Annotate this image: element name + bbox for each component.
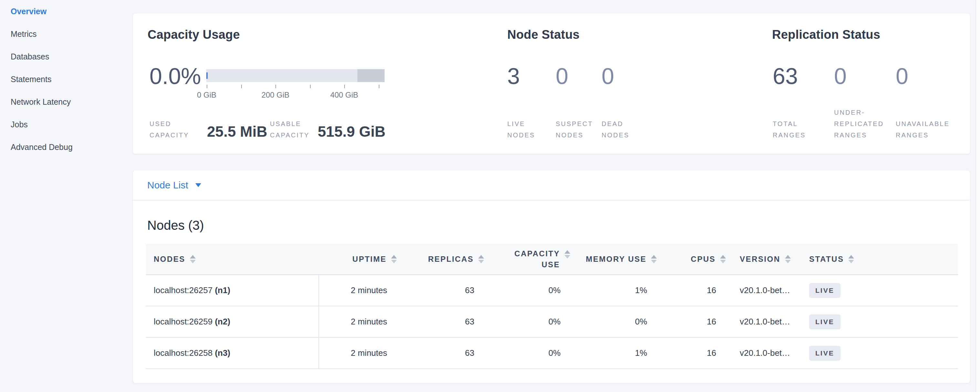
node-address-cell[interactable]: localhost:26259 (n2) <box>146 306 319 337</box>
suspect-nodes-count: 0 <box>556 65 568 88</box>
stat-label-line: RANGES <box>896 130 950 141</box>
node-address: localhost:26258 <box>154 348 212 358</box>
cpus-cell: 16 <box>657 306 726 337</box>
sort-icon <box>848 255 854 263</box>
stat-label-line: USABLE <box>270 118 310 130</box>
sidebar-item-jobs[interactable]: Jobs <box>11 120 127 143</box>
used-capacity-marker <box>206 72 208 79</box>
column-label: UPTIME <box>352 255 387 264</box>
gauge-tick-label: 0 GiB <box>197 91 216 100</box>
stat-label-line: REPLICATED <box>834 118 884 130</box>
sidebar-item-databases[interactable]: Databases <box>11 53 127 75</box>
status-badge: LIVE <box>809 283 840 298</box>
replicas-cell: 63 <box>397 306 484 337</box>
stat-label-line: USED <box>150 118 189 130</box>
capacity-use-cell: 0% <box>484 306 570 337</box>
table-row-node-2[interactable]: localhost:26259 (n2) 2 minutes 63 0% 0% … <box>146 306 958 337</box>
node-address: localhost:26257 <box>154 285 212 295</box>
unavailable-ranges-count: 0 <box>896 65 908 88</box>
memory-use-cell: 1% <box>570 337 657 369</box>
column-header-uptime[interactable]: UPTIME <box>319 244 397 275</box>
cluster-overview-page: Overview Metrics Databases Statements Ne… <box>0 0 980 392</box>
stat-label-line: DEAD <box>601 118 629 130</box>
gauge-tick-label: 400 GiB <box>330 91 358 100</box>
live-nodes-count: 3 <box>507 65 520 88</box>
status-cell: LIVE <box>795 306 958 337</box>
stat-label-line: UNAVAILABLE <box>896 118 950 130</box>
sort-icon <box>785 255 791 263</box>
column-header-replicas[interactable]: REPLICAS <box>397 244 484 275</box>
node-address-cell[interactable]: localhost:26257 (n1) <box>146 275 319 306</box>
gauge-dark-segment <box>358 69 385 82</box>
column-header-nodes[interactable]: NODES <box>146 244 319 275</box>
cpus-cell: 16 <box>657 275 726 306</box>
column-label: REPLICAS <box>428 255 474 264</box>
sidebar-item-statements[interactable]: Statements <box>11 75 127 97</box>
stat-label-line: LIVE <box>507 118 535 130</box>
sidebar-item-overview[interactable]: Overview <box>11 7 127 30</box>
column-label: NODES <box>154 255 185 264</box>
gauge-tick <box>275 84 276 88</box>
replication-status-title: Replication Status <box>772 27 880 42</box>
gauge-tick <box>379 84 379 88</box>
node-id: (n1) <box>215 285 230 295</box>
sort-icon <box>478 255 484 263</box>
column-header-status[interactable]: STATUS <box>795 244 958 275</box>
gauge-tick <box>241 84 242 88</box>
dead-nodes-count: 0 <box>601 65 614 88</box>
used-capacity-value: 25.5 MiB <box>207 124 267 139</box>
column-header-version[interactable]: VERSION <box>726 244 795 275</box>
stat-label-line: UNDER- <box>834 107 884 118</box>
stat-label-line: RANGES <box>773 130 806 141</box>
stat-label-line: NODES <box>556 130 593 141</box>
stat-label-line: SUSPECT <box>556 118 593 130</box>
uptime-cell: 2 minutes <box>319 337 397 369</box>
suspect-nodes-label: SUSPECT NODES <box>556 118 593 141</box>
sidebar-item-metrics[interactable]: Metrics <box>11 30 127 53</box>
status-badge: LIVE <box>809 314 840 329</box>
column-header-cpus[interactable]: CPUS <box>657 244 726 275</box>
column-label: CAPACITY USE <box>505 248 560 270</box>
capacity-gauge: 0 GiB 200 GiB 400 GiB <box>206 69 385 108</box>
gauge-tick <box>344 84 345 88</box>
under-replicated-ranges-count: 0 <box>834 65 846 88</box>
table-row-node-1[interactable]: localhost:26257 (n1) 2 minutes 63 0% 1% … <box>146 275 958 306</box>
stat-label-line: RANGES <box>834 130 884 141</box>
column-header-memory-use[interactable]: MEMORY USE <box>570 244 657 275</box>
gauge-tick-label: 200 GiB <box>261 91 290 100</box>
uptime-cell: 2 minutes <box>319 275 397 306</box>
replicas-cell: 63 <box>397 275 484 306</box>
sort-icon <box>391 255 397 263</box>
stat-label-line: CAPACITY <box>150 130 189 141</box>
node-status-title: Node Status <box>507 27 580 42</box>
sidebar: Overview Metrics Databases Statements Ne… <box>11 7 127 166</box>
node-list-card: Node List Nodes (3) NODES UPTIME <box>132 170 970 383</box>
capacity-percent: 0.0% <box>150 65 201 88</box>
total-ranges-label: TOTAL RANGES <box>773 118 806 141</box>
column-header-capacity-use[interactable]: CAPACITY USE <box>484 244 570 275</box>
column-label: MEMORY USE <box>586 255 646 264</box>
node-id: (n3) <box>215 348 230 358</box>
stat-label-line: CAPACITY <box>270 130 310 141</box>
sidebar-item-advanced-debug[interactable]: Advanced Debug <box>11 143 127 166</box>
cluster-summary-card: Capacity Usage 0.0% 0 GiB 200 GiB 400 Gi… <box>132 13 970 154</box>
version-cell: v20.1.0-bet… <box>726 306 795 337</box>
node-list-header-bar: Node List <box>133 170 970 201</box>
usable-capacity-value: 515.9 GiB <box>318 124 385 139</box>
cpus-cell: 16 <box>657 337 726 369</box>
node-address-cell[interactable]: localhost:26258 (n3) <box>146 337 319 369</box>
node-list-dropdown[interactable]: Node List <box>147 170 201 200</box>
capacity-use-cell: 0% <box>484 275 570 306</box>
table-row-node-3[interactable]: localhost:26258 (n3) 2 minutes 63 0% 1% … <box>146 337 958 369</box>
sidebar-item-network-latency[interactable]: Network Latency <box>11 97 127 120</box>
chevron-down-icon <box>196 183 201 187</box>
memory-use-cell: 1% <box>570 275 657 306</box>
stat-label-line: TOTAL <box>773 118 806 130</box>
uptime-cell: 2 minutes <box>319 306 397 337</box>
status-cell: LIVE <box>795 337 958 369</box>
capacity-usage-title: Capacity Usage <box>148 27 240 42</box>
under-replicated-ranges-label: UNDER- REPLICATED RANGES <box>834 107 884 141</box>
scrollbar-track[interactable] <box>976 0 980 392</box>
column-label: STATUS <box>809 255 844 264</box>
stat-label-line: NODES <box>601 130 629 141</box>
